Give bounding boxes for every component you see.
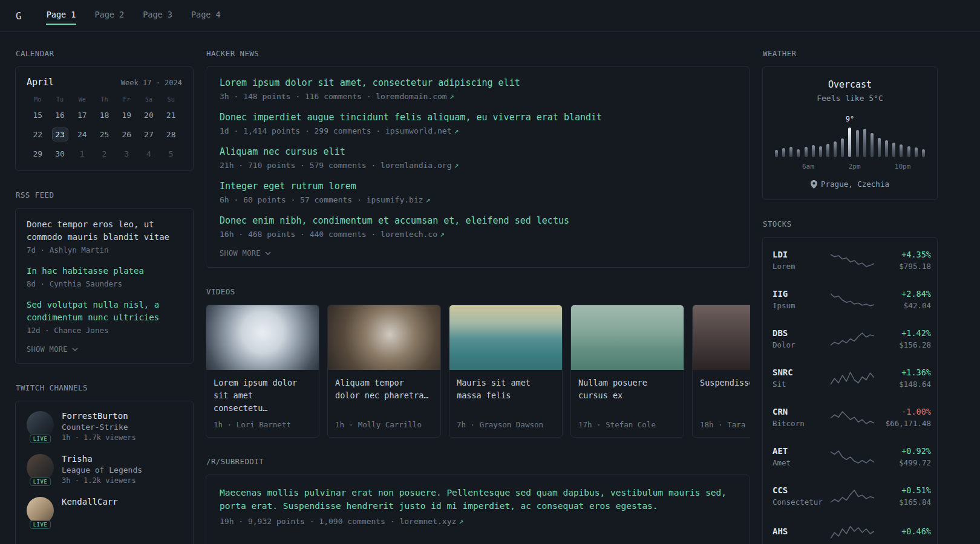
video-body: Lorem ipsum dolor sit amet consectetu… 1… — [206, 370, 319, 437]
calendar-day: 28 — [160, 128, 182, 141]
twitch-widget: TWITCH CHANNELS LIVE ForrestBurton Count… — [15, 383, 194, 544]
twitch-channel-row[interactable]: LIVE Trisha League of Legends 3h · 1.2k … — [27, 454, 182, 485]
twitch-channel-row[interactable]: LIVE KendallCarr — [27, 497, 182, 528]
weather-location: Prague, Czechia — [773, 180, 927, 189]
twitch-channel-game: Counter-Strike — [62, 423, 136, 432]
hackernews-item-meta[interactable]: 16h · 468 points · 440 comments · loremt… — [220, 230, 736, 239]
calendar-day-header: Mo — [27, 96, 49, 103]
tab[interactable]: Page 4 — [191, 7, 221, 25]
video-thumbnail[interactable] — [449, 305, 562, 370]
app-logo[interactable]: G — [16, 10, 22, 22]
weather-bar — [871, 133, 874, 157]
weather-location-text: Prague, Czechia — [821, 180, 889, 189]
stock-id: AHS — [773, 526, 826, 539]
video-title[interactable]: Mauris sit amet massa felis — [457, 377, 555, 402]
video-thumbnail[interactable] — [571, 305, 684, 370]
twitch-channel-meta: 3h · 1.2k viewers — [62, 476, 142, 485]
hackernews-show-more-button[interactable]: SHOW MORE — [220, 249, 736, 257]
hackernews-item-meta[interactable]: 3h · 148 points · 116 comments · loremdo… — [220, 92, 736, 101]
hackernews-item-title[interactable]: Lorem ipsum dolor sit amet, consectetur … — [220, 77, 736, 89]
video-meta: 17h · Stefan Cole — [578, 415, 676, 429]
calendar-day: 17 — [71, 108, 93, 122]
stock-name: Amet — [773, 458, 826, 467]
video-thumbnail[interactable] — [328, 305, 440, 370]
calendar-day-header: Fr — [116, 96, 138, 103]
stock-row[interactable]: AHS +0.46% — [763, 516, 937, 544]
rss-item-title[interactable]: Sed volutpat nulla nisl, a condimentum n… — [27, 299, 182, 324]
stock-values: -1.00% $66,171.48 — [879, 407, 931, 428]
hackernews-item-title[interactable]: Integer eget rutrum lorem — [220, 180, 736, 193]
video-card[interactable]: Mauris sit amet massa felis 7h · Grayson… — [449, 305, 563, 438]
stock-row[interactable]: SNRC Sit +1.36% $148.64 — [763, 358, 937, 398]
subreddit-post-title[interactable]: Maecenas mollis pulvinar erat non posuer… — [220, 486, 736, 513]
rss-show-more-button[interactable]: SHOW MORE — [27, 345, 182, 354]
twitch-channel-name[interactable]: Trisha — [62, 454, 142, 464]
hackernews-item-title[interactable]: Donec imperdiet augue tincidunt felis al… — [220, 111, 736, 124]
twitch-channel-name[interactable]: KendallCarr — [62, 497, 118, 507]
video-title[interactable]: Nullam posuere cursus ex — [578, 377, 676, 402]
video-card[interactable]: Nullam posuere cursus ex 17h · Stefan Co… — [570, 305, 684, 438]
section-title-subreddit: /R/SUBREDDIT — [206, 457, 750, 467]
stock-name: Lorem — [773, 262, 826, 271]
stock-row[interactable]: LDI Lorem +4.35% $795.18 — [763, 241, 937, 280]
twitch-channel-meta: 1h · 1.7k viewers — [62, 433, 136, 442]
video-thumbnail[interactable] — [206, 305, 319, 370]
calendar-day: 23 — [49, 128, 71, 141]
external-link-icon: ↗ — [426, 195, 431, 204]
hackernews-item: Integer eget rutrum lorem 6h · 60 points… — [220, 180, 736, 204]
weather-bar — [885, 140, 888, 157]
video-title[interactable]: Suspendisse diam — [700, 377, 750, 389]
external-link-icon: ↗ — [440, 230, 445, 239]
weather-bar — [775, 150, 778, 157]
tab[interactable]: Page 2 — [94, 7, 125, 25]
stock-price: $156.28 — [879, 340, 931, 349]
rss-item-title[interactable]: Donec tempor eros leo, ut commodo mauris… — [27, 218, 182, 244]
calendar-day: 15 — [27, 108, 49, 122]
stock-sparkline — [831, 525, 874, 540]
stock-row[interactable]: CRN Bitcorn -1.00% $66,171.48 — [763, 398, 937, 437]
subreddit-post-meta[interactable]: 19h · 9,932 points · 1,090 comments · lo… — [220, 517, 736, 526]
page-tabs: Page 1 Page 2 Page 3 Page 4 — [46, 0, 221, 31]
rss-item: Donec tempor eros leo, ut commodo mauris… — [27, 218, 182, 254]
video-title[interactable]: Aliquam tempor dolor nec pharetra… — [335, 377, 433, 402]
live-badge: LIVE — [30, 520, 51, 529]
calendar-day-header: Su — [160, 96, 182, 103]
video-card[interactable]: Suspendisse diam 18h · Tara — [692, 305, 750, 438]
stock-name: Sit — [773, 380, 826, 389]
twitch-channel-info: ForrestBurton Counter-Strike 1h · 1.7k v… — [62, 411, 136, 442]
calendar-day: 1 — [71, 147, 93, 161]
twitch-channel-name[interactable]: ForrestBurton — [62, 411, 136, 421]
hackernews-widget: HACKER NEWS Lorem ipsum dolor sit amet, … — [206, 49, 750, 268]
video-card[interactable]: Aliquam tempor dolor nec pharetra… 1h · … — [327, 305, 441, 438]
stock-values: +0.51% $165.84 — [879, 485, 931, 507]
hackernews-item-meta[interactable]: 1d · 1,414 points · 299 comments · ipsum… — [220, 126, 736, 135]
twitch-channel-row[interactable]: LIVE ForrestBurton Counter-Strike 1h · 1… — [27, 411, 182, 442]
stock-row[interactable]: AET Amet +0.92% $499.72 — [763, 437, 937, 476]
stock-row[interactable]: DBS Dolor +1.42% $156.28 — [763, 319, 937, 358]
weather-bar — [907, 146, 910, 157]
subreddit-widget: /R/SUBREDDIT Maecenas mollis pulvinar er… — [206, 457, 750, 544]
calendar-header: April Week 17 · 2024 — [27, 77, 182, 88]
video-card[interactable]: Lorem ipsum dolor sit amet consectetu… 1… — [206, 305, 319, 438]
stock-price: $66,171.48 — [879, 419, 931, 428]
stock-symbol: AET — [773, 446, 826, 456]
stock-change: +1.42% — [879, 328, 931, 338]
hackernews-item-title[interactable]: Aliquam nec cursus elit — [220, 146, 736, 158]
rss-item-title[interactable]: In hac habitasse platea — [27, 265, 182, 277]
video-thumbnail[interactable] — [693, 305, 750, 370]
weather-axis: 6am 2pm 10pm — [773, 163, 927, 171]
video-title[interactable]: Lorem ipsum dolor sit amet consectetu… — [214, 377, 312, 415]
subreddit-post: Maecenas mollis pulvinar erat non posuer… — [220, 486, 736, 526]
avatar-wrap: LIVE — [27, 497, 54, 528]
tab[interactable]: Page 1 — [46, 7, 77, 25]
stock-row[interactable]: CCS Consectetur +0.51% $165.84 — [763, 476, 937, 516]
tab[interactable]: Page 3 — [142, 7, 173, 25]
hackernews-item-title[interactable]: Donec enim nibh, condimentum et accumsan… — [220, 215, 736, 227]
stock-sparkline — [831, 371, 874, 386]
stock-row[interactable]: IIG Ipsum +2.84% $42.04 — [763, 280, 937, 319]
stock-id: CCS Consectetur — [773, 485, 826, 507]
calendar-day: 27 — [138, 128, 160, 141]
hackernews-item-meta[interactable]: 6h · 60 points · 57 comments · ipsumify.… — [220, 195, 736, 204]
stock-values: +1.36% $148.64 — [879, 368, 931, 389]
hackernews-item-meta[interactable]: 21h · 710 points · 579 comments · loreml… — [220, 161, 736, 170]
